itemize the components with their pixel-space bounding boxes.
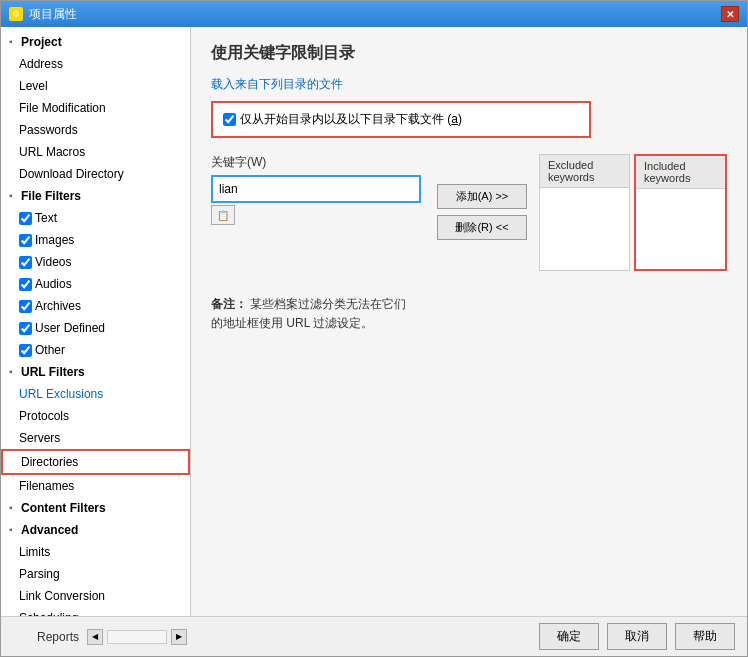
sidebar-item-audios[interactable]: Audios bbox=[1, 273, 190, 295]
sidebar-label: Text bbox=[35, 209, 57, 227]
expand-icon: ▪ bbox=[9, 363, 19, 381]
sidebar-item-images[interactable]: Images bbox=[1, 229, 190, 251]
sidebar-label: Parsing bbox=[19, 567, 60, 581]
sidebar-item-url-macros[interactable]: URL Macros bbox=[1, 141, 190, 163]
sidebar: ▪ Project Address Level File Modificatio… bbox=[1, 27, 191, 616]
keyword-label-text: 关键字(W) bbox=[211, 155, 266, 169]
sidebar-item-file-modification[interactable]: File Modification bbox=[1, 97, 190, 119]
excluded-keywords-panel: Excluded keywords bbox=[539, 154, 630, 271]
sidebar-item-scheduling[interactable]: Scheduling bbox=[1, 607, 190, 616]
window-title: 项目属性 bbox=[29, 6, 77, 23]
sidebar-item-parsing[interactable]: Parsing bbox=[1, 563, 190, 585]
scroll-area: Reports ◀ ▶ bbox=[33, 628, 187, 646]
filter-checkbox-row: 仅从开始目录内以及以下目录下载文件 (a) bbox=[211, 101, 591, 138]
keyword-input[interactable] bbox=[211, 175, 421, 203]
sidebar-label: Link Conversion bbox=[19, 589, 105, 603]
paste-button[interactable]: 📋 bbox=[211, 205, 235, 225]
scroll-right-button[interactable]: ▶ bbox=[171, 629, 187, 645]
sidebar-item-download-directory[interactable]: Download Directory bbox=[1, 163, 190, 185]
keyword-label: 关键字(W) bbox=[211, 154, 421, 171]
sidebar-item-text[interactable]: Text bbox=[1, 207, 190, 229]
included-keywords-header: Included keywords bbox=[636, 156, 725, 189]
included-keywords-list bbox=[636, 189, 725, 269]
content-area: ▪ Project Address Level File Modificatio… bbox=[1, 27, 747, 616]
sidebar-label: Directories bbox=[21, 455, 78, 469]
sidebar-label: Audios bbox=[35, 275, 72, 293]
main-window: ⚙ 项目属性 ✕ ▪ Project Address Level File Mo… bbox=[0, 0, 748, 657]
reports-label: Reports bbox=[33, 628, 83, 646]
sidebar-item-project[interactable]: ▪ Project bbox=[1, 31, 190, 53]
sidebar-item-archives[interactable]: Archives bbox=[1, 295, 190, 317]
cancel-button[interactable]: 取消 bbox=[607, 623, 667, 650]
sidebar-label: Protocols bbox=[19, 409, 69, 423]
sidebar-item-other[interactable]: Other bbox=[1, 339, 190, 361]
action-buttons: 添加(A) >> 删除(R) << bbox=[437, 184, 527, 271]
sidebar-label: Level bbox=[19, 79, 48, 93]
note-section: 备注： 某些档案过滤分类无法在它们的地址框使用 URL 过滤设定。 bbox=[211, 295, 411, 333]
window-icon: ⚙ bbox=[9, 7, 23, 21]
sidebar-label: Other bbox=[35, 341, 65, 359]
sidebar-item-link-conversion[interactable]: Link Conversion bbox=[1, 585, 190, 607]
delete-button[interactable]: 删除(R) << bbox=[437, 215, 527, 240]
filter-checkbox-label[interactable]: 仅从开始目录内以及以下目录下载文件 (a) bbox=[240, 111, 462, 128]
bottom-bar: Reports ◀ ▶ 确定 取消 帮助 bbox=[1, 616, 747, 656]
images-checkbox[interactable] bbox=[19, 234, 32, 247]
sidebar-label: Images bbox=[35, 231, 74, 249]
expand-icon: ▪ bbox=[9, 187, 19, 205]
apply-button[interactable]: 帮助 bbox=[675, 623, 735, 650]
other-checkbox[interactable] bbox=[19, 344, 32, 357]
sidebar-label: Archives bbox=[35, 297, 81, 315]
sidebar-item-filenames[interactable]: Filenames bbox=[1, 475, 190, 497]
sidebar-item-servers[interactable]: Servers bbox=[1, 427, 190, 449]
add-button[interactable]: 添加(A) >> bbox=[437, 184, 527, 209]
videos-checkbox[interactable] bbox=[19, 256, 32, 269]
user-defined-checkbox[interactable] bbox=[19, 322, 32, 335]
only-from-start-directory-checkbox[interactable] bbox=[223, 113, 236, 126]
section-title: 载入来自下列目录的文件 bbox=[211, 76, 727, 93]
included-keywords-panel: Included keywords bbox=[634, 154, 727, 271]
sidebar-label: File Modification bbox=[19, 101, 106, 115]
sidebar-item-url-filters[interactable]: ▪ URL Filters bbox=[1, 361, 190, 383]
sidebar-item-directories[interactable]: Directories bbox=[1, 449, 190, 475]
sidebar-label: Passwords bbox=[19, 123, 78, 137]
sidebar-item-limits[interactable]: Limits bbox=[1, 541, 190, 563]
keyword-section: 关键字(W) 📋 添加(A) >> 删除(R) << Exclud bbox=[211, 154, 727, 271]
sidebar-item-content-filters[interactable]: ▪ Content Filters bbox=[1, 497, 190, 519]
scroll-left-button[interactable]: ◀ bbox=[87, 629, 103, 645]
sidebar-label: Videos bbox=[35, 253, 71, 271]
page-title: 使用关键字限制目录 bbox=[211, 43, 727, 64]
sidebar-label: Download Directory bbox=[19, 167, 124, 181]
sidebar-label: Filenames bbox=[19, 479, 74, 493]
sidebar-item-passwords[interactable]: Passwords bbox=[1, 119, 190, 141]
sidebar-item-user-defined[interactable]: User Defined bbox=[1, 317, 190, 339]
excluded-keywords-list bbox=[540, 188, 629, 268]
main-panel: 使用关键字限制目录 载入来自下列目录的文件 仅从开始目录内以及以下目录下载文件 … bbox=[191, 27, 747, 616]
sidebar-label: URL Exclusions bbox=[19, 387, 103, 401]
sidebar-label: Project bbox=[21, 33, 62, 51]
sidebar-label: User Defined bbox=[35, 319, 105, 337]
archives-checkbox[interactable] bbox=[19, 300, 32, 313]
expand-icon: ▪ bbox=[9, 499, 19, 517]
sidebar-item-advanced[interactable]: ▪ Advanced bbox=[1, 519, 190, 541]
expand-icon: ▪ bbox=[9, 521, 19, 539]
title-bar: ⚙ 项目属性 ✕ bbox=[1, 1, 747, 27]
ok-button[interactable]: 确定 bbox=[539, 623, 599, 650]
sidebar-label: Content Filters bbox=[21, 499, 106, 517]
text-checkbox[interactable] bbox=[19, 212, 32, 225]
sidebar-label: File Filters bbox=[21, 187, 81, 205]
sidebar-label: Advanced bbox=[21, 521, 78, 539]
sidebar-item-level[interactable]: Level bbox=[1, 75, 190, 97]
close-button[interactable]: ✕ bbox=[721, 6, 739, 22]
sidebar-item-protocols[interactable]: Protocols bbox=[1, 405, 190, 427]
excluded-keywords-header: Excluded keywords bbox=[540, 155, 629, 188]
sidebar-item-address[interactable]: Address bbox=[1, 53, 190, 75]
note-prefix: 备注： bbox=[211, 297, 247, 311]
sidebar-item-file-filters[interactable]: ▪ File Filters bbox=[1, 185, 190, 207]
audios-checkbox[interactable] bbox=[19, 278, 32, 291]
sidebar-item-videos[interactable]: Videos bbox=[1, 251, 190, 273]
keyword-tables: Excluded keywords Included keywords bbox=[539, 154, 727, 271]
scroll-track[interactable] bbox=[107, 630, 167, 644]
sidebar-label: Servers bbox=[19, 431, 60, 445]
sidebar-item-url-exclusions[interactable]: URL Exclusions bbox=[1, 383, 190, 405]
sidebar-label: Address bbox=[19, 57, 63, 71]
